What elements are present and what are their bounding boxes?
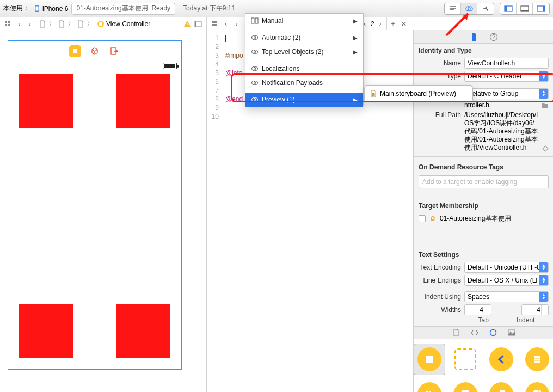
object-library-tab[interactable] bbox=[489, 328, 497, 337]
back-button[interactable]: ‹ bbox=[14, 19, 24, 29]
lib-viewcontroller[interactable] bbox=[414, 344, 445, 375]
type-select[interactable]: Default - C Header▲▼ bbox=[464, 71, 549, 82]
columns-icon bbox=[251, 17, 259, 24]
svg-text:?: ? bbox=[491, 33, 495, 41]
related-items-button[interactable] bbox=[210, 19, 220, 29]
breadcrumb-root-label: 本使用 bbox=[3, 4, 23, 13]
target-checkbox[interactable] bbox=[419, 215, 426, 222]
menu-item-preview[interactable]: Preview (1) ▶ bbox=[245, 93, 363, 107]
file-inspector-tab[interactable] bbox=[470, 33, 478, 41]
preview-submenu[interactable]: Main.storyboard (Preview) bbox=[364, 85, 473, 102]
reveal-finder-icon[interactable] bbox=[542, 145, 549, 152]
svg-rect-16 bbox=[187, 23, 187, 25]
left-panel-button[interactable] bbox=[500, 3, 517, 14]
assistant-menu[interactable]: Manual ▶ Automatic (2) ▶ Top Level Objec… bbox=[245, 13, 364, 107]
panel-toggle-group bbox=[500, 3, 550, 15]
battery-icon bbox=[163, 63, 177, 69]
version-editor-button[interactable] bbox=[477, 3, 494, 14]
red-view-bottom-right[interactable] bbox=[116, 304, 170, 358]
chevron-right-icon: ▶ bbox=[353, 49, 358, 55]
lib-navigation[interactable] bbox=[486, 344, 517, 375]
menu-item-localizations[interactable]: Localizations bbox=[245, 62, 363, 76]
lib-tableview[interactable] bbox=[521, 344, 553, 375]
lineendings-select[interactable]: Default - OS X / Unix (LF)▲▼ bbox=[464, 275, 549, 286]
reveal-folder-icon[interactable] bbox=[541, 102, 549, 108]
add-assistant-button[interactable]: ＋ bbox=[388, 19, 398, 29]
assistant-editor-button[interactable] bbox=[461, 3, 477, 14]
indent-select[interactable]: Spaces▲▼ bbox=[464, 291, 549, 302]
svg-rect-24 bbox=[73, 49, 77, 53]
back-button[interactable]: ‹ bbox=[221, 19, 231, 29]
svg-rect-23 bbox=[214, 24, 217, 26]
red-view-bottom-left[interactable] bbox=[19, 304, 73, 358]
link-icon bbox=[251, 79, 259, 86]
viewcontroller-icon[interactable] bbox=[69, 45, 81, 57]
forward-button[interactable]: › bbox=[232, 19, 242, 29]
jump-bar-label: View Controller bbox=[106, 20, 150, 28]
menu-item-automatic[interactable]: Automatic (2) ▶ bbox=[245, 30, 363, 45]
lib-pageview[interactable] bbox=[521, 378, 553, 392]
status-text: 01-Autoresizing基本使用: Ready bbox=[76, 4, 170, 13]
red-view-top-right[interactable] bbox=[116, 74, 170, 128]
red-view-top-left[interactable] bbox=[19, 74, 73, 128]
svg-rect-46 bbox=[251, 18, 254, 23]
svg-rect-1 bbox=[36, 6, 39, 10]
tab-width-input[interactable]: 4 bbox=[464, 304, 491, 315]
widths-label: Widths bbox=[419, 306, 461, 314]
file-icon[interactable] bbox=[38, 19, 47, 29]
lib-splitview[interactable] bbox=[486, 378, 517, 392]
counter-forward-button[interactable]: › bbox=[376, 19, 385, 29]
forward-button[interactable]: › bbox=[25, 19, 35, 29]
first-responder-icon[interactable] bbox=[89, 45, 101, 57]
target-title: Target Membership bbox=[414, 199, 553, 212]
name-input[interactable]: ViewController.h bbox=[464, 58, 549, 69]
media-library-tab[interactable] bbox=[507, 328, 516, 337]
lib-collection[interactable] bbox=[414, 378, 445, 392]
lib-placeholder[interactable] bbox=[450, 344, 481, 375]
canvas-pane[interactable] bbox=[0, 30, 207, 392]
encoding-select[interactable]: Default - Unicode (UTF-8)▲▼ bbox=[464, 262, 549, 273]
object-library-grid[interactable]: Label bbox=[414, 339, 553, 392]
link-icon bbox=[251, 34, 259, 41]
indent-width-input[interactable]: 4 bbox=[521, 304, 549, 315]
breadcrumb[interactable]: 本使用 〉 iPhone 6 bbox=[3, 4, 68, 14]
menu-item-toplevel[interactable]: Top Level Objects (2) ▶ bbox=[245, 45, 363, 59]
svg-rect-33 bbox=[534, 356, 540, 363]
right-panel-button[interactable] bbox=[533, 3, 549, 14]
svg-rect-11 bbox=[8, 21, 10, 23]
library-tabs bbox=[414, 326, 553, 339]
location-select[interactable]: Relative to Group▲▼ bbox=[464, 88, 549, 99]
file-template-tab[interactable] bbox=[452, 328, 460, 337]
bottom-panel-button[interactable] bbox=[517, 3, 533, 14]
standard-editor-button[interactable] bbox=[445, 3, 461, 14]
outline-toggle-button[interactable] bbox=[193, 19, 203, 29]
quick-help-tab[interactable]: ? bbox=[489, 33, 498, 41]
close-assistant-button[interactable]: ✕ bbox=[399, 19, 409, 29]
timestamp-box: Today at 下午9:11 bbox=[179, 3, 239, 15]
lib-tabbar[interactable] bbox=[450, 378, 481, 392]
exit-icon[interactable] bbox=[108, 45, 120, 57]
storyboard-icon[interactable] bbox=[57, 19, 66, 29]
timestamp-text: Today at 下午9:11 bbox=[183, 4, 235, 13]
svg-rect-13 bbox=[8, 24, 10, 26]
lineendings-label: Line Endings bbox=[419, 277, 461, 284]
menu-item-notification[interactable]: Notification Payloads bbox=[245, 76, 363, 90]
device-label: iPhone 6 bbox=[42, 5, 68, 13]
svg-rect-58 bbox=[372, 93, 375, 96]
warnings-button[interactable] bbox=[182, 19, 192, 29]
code-snippet-tab[interactable] bbox=[470, 328, 479, 337]
jump-bar-item[interactable]: View Controller bbox=[95, 20, 152, 28]
chevron-right-icon: 〉 bbox=[67, 19, 75, 29]
encoding-label: Text Encoding bbox=[419, 264, 461, 271]
link-icon bbox=[251, 48, 259, 55]
svg-rect-7 bbox=[521, 10, 529, 11]
device-frame[interactable] bbox=[8, 40, 182, 370]
device-icon bbox=[33, 5, 41, 13]
scene-icon[interactable] bbox=[76, 19, 85, 29]
svg-rect-47 bbox=[255, 18, 258, 23]
ondemand-tag-input[interactable]: Add to a target to enable tagging bbox=[419, 175, 549, 188]
indent-label: Indent Using bbox=[419, 293, 461, 301]
target-row[interactable]: 01-Autoresizing基本使用 bbox=[414, 212, 553, 225]
related-items-button[interactable] bbox=[3, 19, 13, 29]
menu-item-manual[interactable]: Manual ▶ bbox=[245, 14, 363, 28]
